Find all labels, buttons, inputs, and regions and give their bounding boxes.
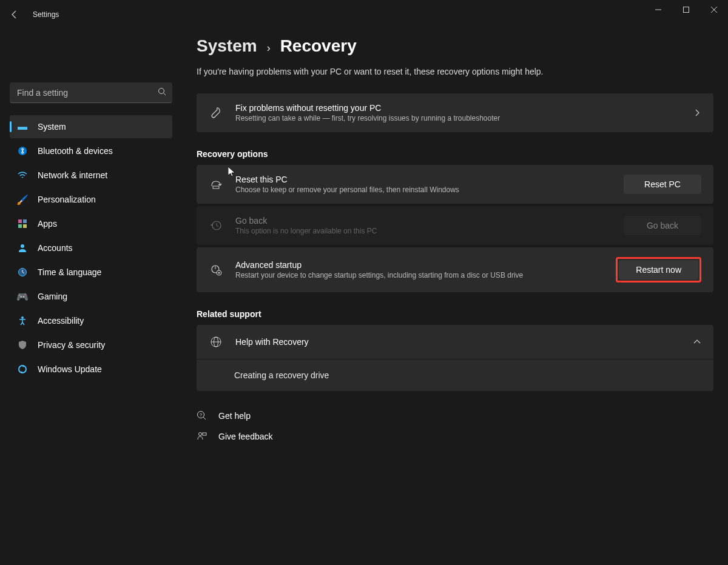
search-icon: [158, 87, 166, 98]
nav-label: Windows Update: [38, 364, 102, 374]
svg-point-23: [199, 433, 202, 436]
nav-bluetooth[interactable]: Bluetooth & devices: [10, 139, 172, 162]
titlebar: Settings: [0, 0, 728, 29]
apps-icon: [17, 218, 28, 229]
main-content: System › Recovery If you're having probl…: [182, 29, 728, 565]
nav-accounts[interactable]: Accounts: [10, 236, 172, 259]
search-input[interactable]: [10, 82, 172, 103]
svg-rect-5: [18, 219, 22, 223]
nav-time[interactable]: Time & language: [10, 261, 172, 284]
page-subtitle: If you're having problems with your PC o…: [197, 67, 713, 76]
go-back-card: Go back This option is no longer availab…: [197, 206, 713, 245]
recovery-drive-link[interactable]: Creating a recovery drive: [197, 359, 713, 391]
update-icon: [17, 364, 28, 375]
nav-label: Personalization: [38, 195, 96, 204]
nav-update[interactable]: Windows Update: [10, 358, 172, 381]
nav-label: Gaming: [38, 292, 67, 301]
card-title: Reset this PC: [235, 175, 612, 184]
bluetooth-icon: [17, 145, 28, 156]
wifi-icon: [17, 170, 28, 181]
nav-gaming[interactable]: 🎮 Gaming: [10, 285, 172, 308]
svg-rect-8: [23, 224, 27, 228]
svg-rect-6: [23, 219, 27, 223]
nav-label: Privacy & security: [38, 340, 105, 350]
svg-point-17: [218, 272, 220, 274]
advanced-startup-card: Advanced startup Restart your device to …: [197, 247, 713, 292]
nav-personalization[interactable]: 🖌️ Personalization: [10, 188, 172, 211]
svg-point-12: [19, 366, 26, 373]
link-label: Get help: [218, 411, 251, 421]
card-title: Fix problems without resetting your PC: [235, 103, 681, 113]
footer-links: ? Get help Give feedback: [197, 406, 713, 447]
svg-text:?: ?: [200, 412, 203, 418]
restart-now-button[interactable]: Restart now: [619, 260, 698, 279]
help-icon: ?: [197, 410, 207, 421]
nav-accessibility[interactable]: Accessibility: [10, 309, 172, 332]
minimize-icon: [655, 7, 661, 13]
svg-rect-1: [684, 7, 689, 13]
svg-point-9: [21, 244, 24, 248]
maximize-button[interactable]: [672, 0, 700, 19]
display-icon: ▬: [17, 121, 28, 132]
power-gear-icon: [209, 262, 223, 277]
svg-point-11: [21, 316, 24, 319]
reset-icon: [209, 177, 223, 192]
back-button[interactable]: [8, 8, 21, 21]
arrow-left-icon: [10, 10, 19, 19]
card-desc: Resetting can take a while — first, try …: [235, 114, 681, 122]
person-icon: [17, 242, 28, 253]
get-help-link[interactable]: ? Get help: [197, 406, 713, 426]
breadcrumb: System › Recovery: [197, 36, 713, 56]
accessibility-icon: [17, 315, 28, 326]
nav-label: System: [38, 122, 66, 132]
history-icon: [209, 218, 223, 233]
card-desc: Restart your device to change startup se…: [235, 271, 604, 279]
nav-label: Time & language: [38, 267, 101, 277]
help-recovery-card[interactable]: Help with Recovery: [197, 325, 713, 359]
reset-pc-card: Reset this PC Choose to keep or remove y…: [197, 165, 713, 204]
chevron-right-icon: [693, 109, 701, 117]
chevron-right-icon: ›: [267, 42, 271, 55]
app-title: Settings: [33, 10, 59, 19]
related-support-heading: Related support: [197, 309, 713, 319]
nav-network[interactable]: Network & internet: [10, 164, 172, 187]
nav-privacy[interactable]: Privacy & security: [10, 333, 172, 356]
close-button[interactable]: [700, 0, 728, 19]
svg-line-3: [164, 93, 166, 96]
maximize-icon: [683, 7, 689, 13]
breadcrumb-parent[interactable]: System: [197, 36, 257, 56]
svg-point-2: [159, 89, 164, 94]
paintbrush-icon: 🖌️: [17, 194, 28, 205]
link-label: Give feedback: [218, 432, 273, 441]
wrench-icon: [209, 105, 223, 120]
go-back-button: Go back: [624, 216, 701, 235]
nav-system[interactable]: ▬ System: [10, 115, 172, 138]
nav-label: Accounts: [38, 243, 73, 253]
reset-pc-button[interactable]: Reset PC: [624, 175, 701, 194]
clock-icon: [17, 267, 28, 278]
restart-highlight: Restart now: [616, 257, 701, 282]
globe-icon: [209, 335, 223, 349]
nav-label: Network & internet: [38, 170, 107, 180]
window-controls: [644, 10, 728, 19]
nav-apps[interactable]: Apps: [10, 212, 172, 235]
nav-label: Apps: [38, 219, 57, 229]
feedback-icon: [197, 431, 207, 442]
close-icon: [711, 7, 717, 13]
fix-problems-card[interactable]: Fix problems without resetting your PC R…: [197, 93, 713, 132]
nav-label: Bluetooth & devices: [38, 146, 113, 156]
card-desc: Choose to keep or remove your personal f…: [235, 186, 612, 194]
svg-rect-13: [213, 186, 219, 189]
card-title: Help with Recovery: [235, 337, 681, 347]
sidebar: ▬ System Bluetooth & devices Network & i…: [0, 29, 182, 565]
breadcrumb-current: Recovery: [280, 36, 357, 56]
svg-rect-7: [18, 224, 22, 228]
card-desc: This option is no longer available on th…: [235, 227, 612, 235]
nav-list: ▬ System Bluetooth & devices Network & i…: [2, 113, 180, 384]
search-wrap: [10, 82, 172, 103]
card-title: Go back: [235, 216, 612, 226]
svg-rect-24: [203, 433, 206, 435]
give-feedback-link[interactable]: Give feedback: [197, 426, 713, 447]
minimize-button[interactable]: [644, 0, 672, 19]
nav-label: Accessibility: [38, 316, 84, 326]
